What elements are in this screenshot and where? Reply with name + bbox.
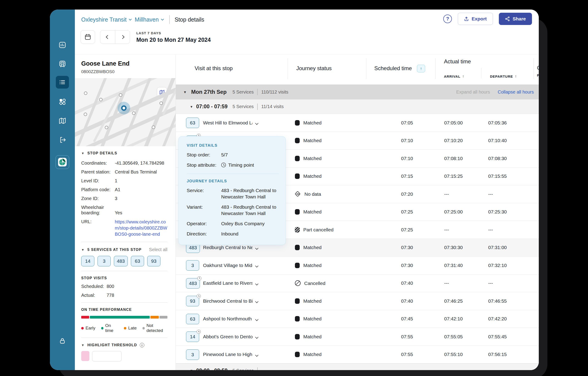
next-hour-group-row-clipped[interactable]: ▼ 08:00 - 08:59 5 Services [176,364,539,370]
scheduled-time: 07:05 [401,120,413,126]
row-expand-chevron-icon[interactable] [255,318,258,321]
sidebar-item-vehicles[interactable] [56,58,69,70]
map-stop-marker[interactable] [152,126,155,129]
selected-stop-marker[interactable] [121,105,126,111]
threshold-color-swatch[interactable] [81,351,89,361]
service-number-chip[interactable]: 93 [186,296,199,306]
previous-period-button[interactable] [100,30,115,44]
table-row[interactable]: 63West Hill to Elmwood Lan…Matched07:050… [176,114,539,132]
stop-detail-url-row: URL: https://www.oxleyshire.com/stop-det… [81,219,168,237]
field-label: Platform code: [81,187,115,192]
map-stop-marker[interactable] [132,111,136,115]
table-row[interactable]: 14Abbot's Green to Denton…Matched07:5507… [176,328,539,346]
services-section-header[interactable]: ▼ 5 SERVICES AT THIS STOP [81,248,142,252]
help-button[interactable]: ? [443,14,452,23]
column-departure[interactable]: DEPARTURE↑ [490,74,517,79]
table-row[interactable]: 93Birchwood Central to Birc…Matched07:40… [176,292,539,310]
app-window: Oxleyshire Transit Millhaven Stop detail… [50,10,539,370]
stop-map[interactable] [75,78,176,146]
column-scheduled-time: Scheduled time [374,65,412,72]
calendar-button[interactable] [81,30,95,44]
hour-group-row[interactable]: ▼ 07:00 - 07:59 5 Services 11/14 visits [176,100,539,114]
status-matched-icon [295,334,300,339]
service-chip[interactable]: 14 [81,256,94,266]
sidebar-item-categories[interactable] [56,95,69,108]
next-period-button[interactable] [115,30,130,44]
table-row[interactable]: 3Oakhurst Village to Middl…Matched07:300… [176,256,539,275]
scheduled-label: Scheduled: [81,284,107,289]
highlight-threshold-header[interactable]: ▼ HIGHLIGHT THRESHOLD i [81,343,168,347]
collapse-all-hours-link[interactable]: Collapse all hours [498,89,534,95]
region-selector[interactable]: Millhaven [135,16,164,23]
row-expand-chevron-icon[interactable] [255,353,258,356]
day-group-title: Mon 27th Sep [191,89,227,95]
sidebar-item-map[interactable] [56,114,69,127]
column-actual-time: Actual time [444,58,471,65]
export-label: Export [472,16,487,22]
bar-chart-icon [58,41,66,49]
field-label: Zone ID: [81,196,115,201]
sidebar-item-dashboard[interactable] [56,39,69,51]
map-stop-marker[interactable] [159,101,163,105]
divider [81,242,168,242]
column-divider [481,68,481,78]
service-number-chip[interactable]: 63 [186,314,199,324]
otp-segment-on-time [90,316,150,319]
map-stop-marker[interactable] [119,93,122,97]
visit-details-title: VISIT DETAILS [187,143,279,148]
day-group-row[interactable]: ▼ Mon 27th Sep 5 Services 110/112 visits… [176,84,539,100]
status-matched-icon [295,174,300,179]
service-number-chip[interactable]: 3 [186,260,199,271]
row-expand-chevron-icon[interactable] [255,122,258,125]
table-row[interactable]: 3Pinewood Lane to Highg…Matched07:5507:5… [176,346,539,364]
service-number-chip[interactable]: 63 [186,118,199,128]
network-selector[interactable]: Oxleyshire Transit [81,16,132,23]
field-value: A1 [115,187,168,192]
map-stop-marker[interactable] [84,113,87,116]
table-row[interactable]: 483Eastfield Lane to Riversid…Cancelled0… [176,275,539,292]
service-number-chip[interactable]: 483 [186,278,200,288]
row-expand-chevron-icon[interactable] [255,246,258,250]
expand-all-hours-link[interactable]: Expand all hours [456,89,490,95]
service-chip[interactable]: 93 [147,256,160,266]
share-button[interactable]: Share [499,13,532,25]
stop-url-link[interactable]: https://www.oxleyshire.com/stop-details/… [115,219,168,237]
divider [257,367,258,370]
status-label: Matched [303,245,322,250]
info-icon[interactable]: i [140,343,144,347]
sidebar-item-stop-list-active[interactable] [56,76,69,88]
scheduled-time: 07:40 [401,298,413,304]
legend-item: Not detected [142,323,168,333]
column-arrival[interactable]: ARRIVAL↑ [444,74,464,79]
select-all-link[interactable]: Select all [149,247,168,252]
status-matched-icon [295,263,300,268]
sidebar [50,10,75,370]
row-expand-chevron-icon[interactable] [255,300,258,303]
table-row[interactable]: 63Ashpool to Northmouth S…Matched07:4507… [176,310,539,328]
export-button[interactable]: Export [458,13,493,25]
column-journey-status: Journey status [296,65,332,72]
service-chip[interactable]: 3 [97,256,111,266]
service-number-chip[interactable]: 14 [186,332,199,342]
column-divider [288,58,288,79]
map-stop-marker[interactable] [84,91,87,95]
row-expand-chevron-icon[interactable] [255,336,258,339]
map-stop-marker[interactable] [99,98,103,101]
scheduled-sort-button[interactable]: ↑ [417,65,425,72]
lock-icon[interactable] [59,337,66,345]
collapse-caret-icon: ▼ [183,90,187,94]
threshold-input[interactable] [92,351,122,362]
service-chip[interactable]: 63 [131,256,144,266]
stop-details-section-header[interactable]: ▼ STOP DETAILS [81,151,168,155]
row-expand-chevron-icon[interactable] [255,264,258,267]
divider [257,104,258,110]
journey-detail-row: Operator:Oxley Bus Company [187,221,279,227]
service-chip[interactable]: 483 [114,256,128,266]
row-expand-chevron-icon[interactable] [255,282,258,285]
sidebar-item-app-shortcut[interactable] [56,155,69,169]
map-stop-marker[interactable] [105,126,108,129]
sidebar-item-signout[interactable] [56,133,69,146]
actual-arrival-time: --- [444,280,449,286]
scheduled-time: 07:10 [401,156,413,161]
service-number-chip[interactable]: 3 [186,349,199,360]
